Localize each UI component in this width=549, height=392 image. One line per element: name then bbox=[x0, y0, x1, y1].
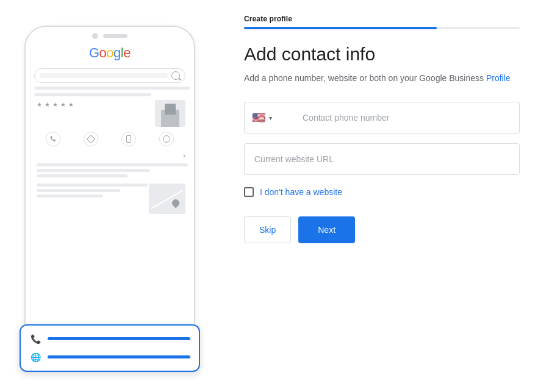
search-bar-mock bbox=[34, 68, 185, 83]
gray-line-3 bbox=[37, 163, 188, 166]
phone-line bbox=[48, 337, 190, 340]
left-panel: Google ★ ★ ★ ★ ★ bbox=[0, 0, 220, 392]
lines-block bbox=[34, 163, 185, 177]
phone-row: 📞 bbox=[29, 333, 190, 345]
store-row: ★ ★ ★ ★ ★ bbox=[34, 100, 185, 127]
next-button[interactable]: Next bbox=[298, 216, 355, 243]
progress-fill bbox=[244, 27, 437, 29]
phone-top bbox=[26, 27, 194, 43]
phone-mockup: Google ★ ★ ★ ★ ★ bbox=[24, 26, 195, 367]
action-icons-row bbox=[34, 132, 185, 146]
g-blue: G bbox=[89, 45, 99, 60]
progress-label: Create profile bbox=[244, 15, 520, 23]
map-row bbox=[34, 184, 185, 214]
share-icon bbox=[159, 132, 174, 146]
phone-screen: Google ★ ★ ★ ★ ★ bbox=[26, 43, 194, 220]
gray-line-5 bbox=[37, 174, 127, 177]
progress-section: Create profile bbox=[244, 15, 520, 29]
phone-speaker bbox=[103, 34, 127, 38]
map-thumbnail bbox=[149, 184, 185, 214]
progress-track bbox=[244, 27, 520, 29]
skip-button[interactable]: Skip bbox=[244, 216, 291, 243]
search-input-mock bbox=[40, 73, 168, 78]
map-pin-icon bbox=[172, 199, 179, 209]
star-4: ★ bbox=[60, 101, 66, 108]
gray-line-6 bbox=[37, 184, 148, 187]
phone-bottom-card: 📞 🌐 bbox=[20, 324, 200, 372]
star-5: ★ bbox=[68, 101, 74, 108]
dropdown-arrow-icon: ▾ bbox=[269, 115, 272, 121]
directions-icon bbox=[84, 132, 98, 146]
stars-row: ★ ★ ★ ★ ★ bbox=[37, 101, 74, 108]
gray-line-2 bbox=[34, 93, 151, 96]
subtitle-highlight: Profile bbox=[486, 73, 511, 83]
gray-line-7 bbox=[37, 189, 120, 192]
phone-icon: 📞 bbox=[29, 333, 41, 345]
no-website-checkbox[interactable] bbox=[244, 187, 254, 197]
phone-icon-symbol: 📞 bbox=[30, 334, 41, 344]
country-selector[interactable]: 🇺🇸 ▾ bbox=[244, 102, 293, 134]
globe-line bbox=[48, 355, 190, 358]
star-3: ★ bbox=[52, 101, 58, 108]
phone-input-row: 🇺🇸 ▾ bbox=[244, 102, 520, 134]
checkbox-row: I don't have a website bbox=[244, 187, 520, 197]
globe-row: 🌐 bbox=[29, 351, 190, 363]
g-red-2: e bbox=[123, 45, 131, 60]
gray-line-1 bbox=[34, 87, 190, 90]
gray-line-8 bbox=[37, 194, 103, 198]
g-yellow: o bbox=[106, 45, 113, 60]
g-blue-2: g bbox=[113, 45, 121, 60]
g-red: o bbox=[99, 45, 107, 60]
form-subtitle: Add a phone number, website or both on y… bbox=[244, 72, 520, 85]
star-2: ★ bbox=[45, 101, 50, 108]
phone-number-input[interactable] bbox=[293, 102, 520, 134]
star-1: ★ bbox=[37, 101, 42, 108]
phone-camera bbox=[92, 33, 98, 39]
globe-icon-symbol: 🌐 bbox=[30, 352, 41, 362]
flag-icon: 🇺🇸 bbox=[252, 111, 265, 124]
chevron-right-icon: › bbox=[34, 151, 185, 160]
form-title: Add contact info bbox=[244, 44, 520, 65]
no-website-label[interactable]: I don't have a website bbox=[260, 187, 342, 197]
buttons-row: Skip Next bbox=[244, 216, 520, 243]
gray-line-4 bbox=[37, 169, 150, 172]
subtitle-text: Add a phone number, website or both on y… bbox=[244, 73, 486, 83]
store-icon bbox=[155, 100, 185, 127]
globe-icon: 🌐 bbox=[29, 351, 41, 363]
map-pin-col bbox=[34, 184, 145, 198]
call-icon bbox=[46, 132, 60, 146]
right-panel: Create profile Add contact info Add a ph… bbox=[220, 0, 549, 392]
save-icon bbox=[121, 132, 136, 146]
search-icon bbox=[171, 71, 180, 80]
google-logo: Google bbox=[32, 45, 188, 61]
url-input[interactable] bbox=[244, 143, 520, 175]
